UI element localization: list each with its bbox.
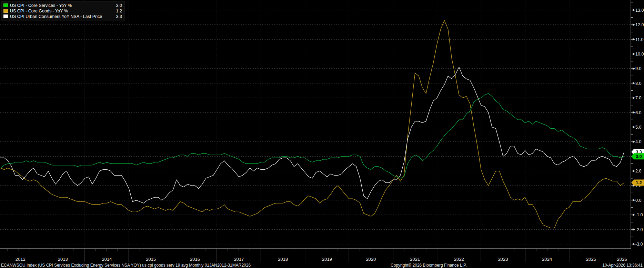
legend-item-core-services[interactable]: US CPI - Core Services - YoY % 3.0	[3, 3, 122, 8]
x-tick-label: 2024	[542, 257, 552, 262]
x-tick-label: 2021	[410, 257, 420, 262]
urban-consumers-swatch-icon	[3, 14, 8, 18]
y-tick-label: 8.0	[635, 81, 641, 86]
x-tick-label: 2022	[454, 257, 464, 262]
y-tick-label: 10.0	[635, 52, 644, 57]
y-tick-label: -3.0	[635, 242, 643, 247]
timestamp: 10-Apr-2026 13:36:41	[602, 263, 643, 268]
x-tick-label: 2014	[102, 257, 112, 262]
y-tick-label: 0.0	[635, 198, 641, 203]
legend-item-core-goods[interactable]: US CPI - Core Goods - YoY % 1.2	[3, 8, 122, 13]
chart-background	[0, 0, 644, 268]
core-services-swatch-icon	[3, 3, 8, 7]
y-tick-label: 13.0	[635, 8, 644, 13]
svg-text:1.2: 1.2	[636, 180, 642, 185]
y-tick-label: 7.0	[635, 96, 641, 100]
y-tick-label: 5.0	[635, 125, 641, 130]
legend: US CPI - Core Services - YoY % 3.0 US CP…	[1, 1, 124, 21]
y-tick-label: 6.0	[635, 110, 641, 115]
cpi-line-chart[interactable]: 2012201320142015201620172018201920202021…	[0, 0, 644, 268]
ticker-description: ECANWSOU Index (US CPI Services Excludin…	[1, 263, 251, 268]
x-tick-label: 2013	[58, 257, 68, 262]
x-tick-label: 2026	[617, 257, 627, 262]
legend-value: 3.0	[110, 3, 122, 8]
bloomberg-chart-window: 2012201320142015201620172018201920202021…	[0, 0, 644, 268]
legend-label: US CPI - Core Goods - YoY %	[10, 9, 110, 13]
x-tick-label: 2025	[586, 257, 596, 262]
status-bar: ECANWSOU Index (US CPI Services Excludin…	[0, 262, 644, 268]
legend-value: 3.3	[110, 14, 122, 19]
copyright-notice: Copyright© 2026 Bloomberg Finance L.P.	[391, 263, 467, 268]
y-tick-label: -1.0	[635, 212, 643, 217]
x-tick-label: 2018	[278, 257, 288, 262]
y-tick-label: 4.0	[635, 139, 641, 144]
core-goods-swatch-icon	[3, 9, 8, 13]
x-tick-label: 2019	[322, 257, 332, 262]
y-tick-label: 9.0	[635, 66, 641, 71]
x-tick-label: 2016	[190, 257, 200, 262]
x-tick-label: 2023	[498, 257, 508, 262]
y-tick-label: -2.0	[635, 227, 643, 232]
x-tick-label: 2020	[366, 257, 376, 262]
y-tick-label: 2.0	[635, 169, 641, 173]
y-tick-label: 12.0	[635, 22, 644, 27]
x-tick-label: 2012	[16, 257, 26, 262]
svg-text:3.0: 3.0	[636, 154, 642, 159]
legend-value: 1.2	[110, 9, 122, 13]
legend-item-urban-consumers[interactable]: US CPI Urban Consumers YoY NSA - Last Pr…	[3, 14, 122, 19]
legend-label: US CPI Urban Consumers YoY NSA - Last Pr…	[10, 14, 110, 19]
x-tick-label: 2017	[234, 257, 244, 262]
y-tick-label: 11.0	[635, 37, 643, 42]
x-tick-label: 2015	[146, 257, 156, 262]
legend-label: US CPI - Core Services - YoY %	[10, 3, 110, 8]
